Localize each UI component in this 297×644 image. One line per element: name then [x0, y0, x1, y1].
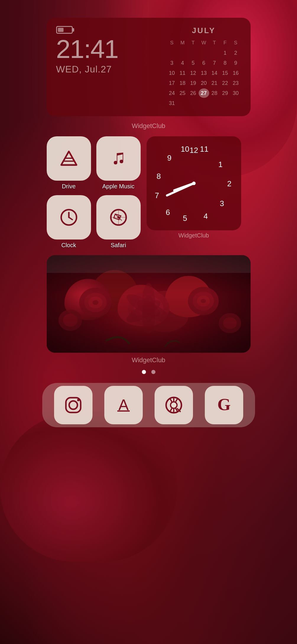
cal-day-13[interactable]: 13: [199, 68, 209, 78]
cal-day-6[interactable]: 6: [199, 58, 209, 68]
svg-point-36: [92, 300, 98, 305]
date-display: WED, Jul.27: [56, 64, 118, 75]
drive-label: Drive: [62, 183, 76, 190]
cal-day-15[interactable]: 15: [220, 68, 231, 78]
cal-empty: [220, 98, 231, 108]
rose-image: [47, 255, 251, 353]
svg-line-2: [69, 217, 72, 220]
cal-empty: [177, 48, 188, 58]
rose-image-widget: [47, 255, 251, 353]
chrome-dock-icon[interactable]: [155, 386, 193, 424]
cal-day-16[interactable]: 16: [231, 68, 241, 78]
svg-point-22: [192, 182, 196, 185]
svg-point-38: [193, 292, 214, 310]
svg-text:1: 1: [218, 160, 222, 169]
cal-day-27[interactable]: 27: [199, 88, 209, 98]
svg-text:G: G: [217, 395, 231, 414]
instagram-dock-icon[interactable]: [54, 386, 92, 424]
battery-fill: [58, 28, 64, 32]
cal-empty: [199, 48, 209, 58]
svg-point-26: [143, 304, 155, 313]
calendar-grid: SMTWTFS123456789101112131415161718192021…: [167, 38, 241, 108]
cal-day-23[interactable]: 23: [231, 78, 241, 88]
svg-text:12: 12: [189, 146, 198, 155]
drive-app-icon[interactable]: [47, 136, 91, 181]
svg-point-25: [139, 300, 159, 317]
cal-day-29[interactable]: 29: [220, 88, 231, 98]
cal-day-28[interactable]: 28: [209, 88, 220, 98]
cal-day-14[interactable]: 14: [209, 68, 220, 78]
cal-header-T: T: [209, 38, 220, 48]
svg-point-27: [146, 306, 151, 310]
svg-point-33: [79, 288, 112, 317]
cal-day-24[interactable]: 24: [167, 88, 177, 98]
svg-point-30: [124, 296, 163, 326]
analog-clock: 12 1 2 3 4 5 6 7 8 9 10 11: [151, 140, 237, 226]
svg-point-43: [219, 313, 241, 333]
svg-point-32: [142, 283, 155, 322]
cal-day-20[interactable]: 20: [199, 78, 209, 88]
time-section: 21:41 WED, Jul.27: [56, 26, 118, 75]
apps-section: Drive Apple Music: [47, 136, 251, 249]
cal-day-22[interactable]: 22: [220, 78, 231, 88]
svg-line-57: [175, 398, 178, 402]
cal-day-31[interactable]: 31: [167, 98, 177, 108]
top-widget: 21:41 WED, Jul.27 JULY SMTWTFS1234567891…: [47, 18, 251, 116]
cal-day-8[interactable]: 8: [220, 58, 231, 68]
cal-day-30[interactable]: 30: [231, 88, 241, 98]
clock-widget-label: WidgetClub: [178, 232, 209, 239]
cal-header-M: M: [177, 38, 188, 48]
svg-point-37: [188, 287, 219, 315]
drive-icon: [58, 148, 79, 169]
svg-point-39: [197, 296, 210, 306]
app-grid: Drive Apple Music: [47, 136, 141, 249]
page-dots: [142, 370, 155, 374]
home-screen: 21:41 WED, Jul.27 JULY SMTWTFS1234567891…: [0, 0, 297, 644]
cal-header-W: W: [199, 38, 209, 48]
cal-day-10[interactable]: 10: [167, 68, 177, 78]
cal-day-4[interactable]: 4: [177, 58, 188, 68]
svg-point-29: [142, 295, 155, 334]
svg-point-49: [77, 399, 79, 401]
svg-point-24: [134, 296, 163, 321]
svg-text:8: 8: [156, 172, 160, 181]
svg-line-59: [170, 408, 172, 412]
music-app-icon[interactable]: [96, 136, 141, 181]
cal-day-9[interactable]: 9: [231, 58, 241, 68]
chrome-icon: [163, 395, 184, 415]
cal-day-26[interactable]: 26: [188, 88, 199, 98]
cal-empty: [177, 98, 188, 108]
svg-text:6: 6: [165, 208, 170, 217]
appstore-dock-icon[interactable]: A: [104, 386, 143, 424]
roses-svg: [47, 255, 251, 353]
cal-day-17[interactable]: 17: [167, 78, 177, 88]
clock-app-icon[interactable]: [47, 195, 91, 240]
calendar-month: JULY: [192, 26, 215, 35]
svg-text:3: 3: [220, 199, 224, 208]
safari-app-icon[interactable]: [96, 195, 141, 240]
svg-text:7: 7: [155, 191, 159, 200]
cal-day-18[interactable]: 18: [177, 78, 188, 88]
svg-text:5: 5: [183, 214, 187, 223]
page-dot-1: [142, 370, 146, 374]
svg-text:9: 9: [167, 153, 171, 162]
cal-day-5[interactable]: 5: [188, 58, 199, 68]
cal-day-11[interactable]: 11: [177, 68, 188, 78]
battery-indicator: [56, 26, 118, 34]
cal-day-25[interactable]: 25: [177, 88, 188, 98]
svg-point-23: [128, 291, 169, 326]
cal-day-3[interactable]: 3: [167, 58, 177, 68]
clock-widget: 12 1 2 3 4 5 6 7 8 9 10 11: [147, 136, 241, 230]
cal-day-7[interactable]: 7: [209, 58, 220, 68]
cal-day-19[interactable]: 19: [188, 78, 199, 88]
cal-empty: [231, 98, 241, 108]
cal-day-2[interactable]: 2: [231, 48, 241, 58]
svg-text:10: 10: [181, 145, 189, 153]
cal-empty: [209, 48, 220, 58]
svg-point-31: [124, 290, 163, 321]
google-dock-icon[interactable]: G: [205, 386, 243, 424]
cal-day-21[interactable]: 21: [209, 78, 220, 88]
cal-day-1[interactable]: 1: [220, 48, 231, 58]
cal-header-S: S: [231, 38, 241, 48]
cal-day-12[interactable]: 12: [188, 68, 199, 78]
